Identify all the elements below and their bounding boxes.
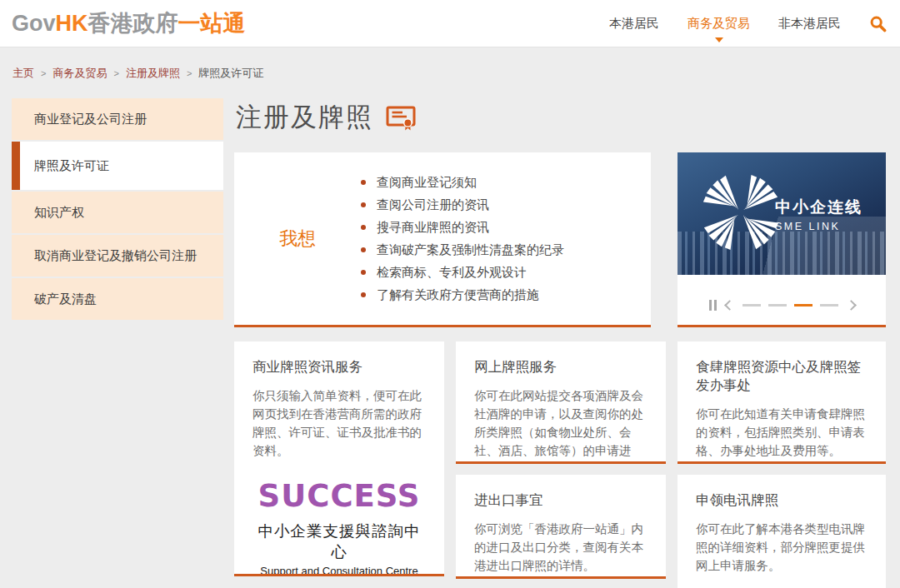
bullet-icon: [361, 225, 366, 230]
site-header: GovHK香港政府一站通 本港居民 商务及贸易 非本港居民: [0, 0, 900, 47]
bullet-icon: [361, 270, 366, 275]
card-title-link[interactable]: 进出口事宜: [474, 491, 648, 510]
promo-carousel-card: 中小企连线 SME LINK: [678, 152, 886, 327]
nav-item-business-trade[interactable]: 商务及贸易: [688, 16, 750, 32]
i-want-link[interactable]: 了解有关政府方便营商的措施: [361, 284, 564, 306]
carousel-indicator-1[interactable]: [742, 304, 761, 306]
sidebar-item-label: 破产及清盘: [34, 292, 97, 307]
sidebar-item-intellectual-property[interactable]: 知识产权: [12, 192, 223, 233]
logo-text-hk: HK: [56, 11, 88, 36]
i-want-link-label: 了解有关政府方便营商的措施: [377, 287, 539, 303]
i-want-link[interactable]: 查询破产案及强制性清盘案的纪录: [361, 239, 564, 262]
certificate-icon: [386, 105, 417, 131]
sidebar-item-label: 商业登记及公司注册: [34, 112, 147, 127]
sidebar-item-label: 牌照及许可证: [34, 158, 109, 174]
card-body: 你可在此网站提交各项酒牌及会社酒牌的申请，以及查阅你的处所类牌照（如食物业处所、…: [474, 386, 648, 464]
sidebar-item-bankruptcy-winding-up[interactable]: 破产及清盘: [12, 278, 223, 320]
card-title-link[interactable]: 商业牌照资讯服务: [252, 358, 426, 376]
bullet-icon: [361, 202, 366, 207]
card-import-export: 进出口事宜 你可浏览「香港政府一站通」内的进口及出口分类，查阅有关本港进出口牌照…: [456, 475, 666, 579]
search-button[interactable]: [869, 15, 887, 32]
success-centre-logo[interactable]: SUCCESS 中小企業支援與諮詢中心 Support and Consulta…: [252, 478, 426, 576]
card-body: 你可在此了解本港各类型电讯牌照的详细资料，部分牌照更提供网上申请服务。: [696, 520, 868, 575]
breadcrumb-separator: >: [187, 68, 192, 78]
govhk-logo[interactable]: GovHK香港政府一站通: [12, 8, 246, 38]
i-want-list: 查阅商业登记须知 查阅公司注册的资讯 搜寻商业牌照的资讯 查询破产案及强制性清盘…: [361, 172, 564, 306]
govhk-registration-licences-page: GovHK香港政府一站通 本港居民 商务及贸易 非本港居民 主页 >: [0, 0, 900, 588]
carousel-indicator-4[interactable]: [820, 304, 838, 306]
nav-item-label: 非本港居民: [778, 16, 841, 30]
sme-link-banner[interactable]: 中小企连线 SME LINK: [678, 152, 886, 275]
i-want-link[interactable]: 搜寻商业牌照的资讯: [361, 217, 564, 239]
i-want-link-label: 查阅商业登记须知: [377, 175, 477, 191]
sidebar-item-business-registration[interactable]: 商业登记及公司注册: [12, 98, 223, 140]
card-body: 你只须输入简单资料，便可在此网页找到在香港营商所需的政府牌照、许可证、证书及批准…: [252, 386, 426, 460]
carousel-indicator-2[interactable]: [768, 304, 787, 306]
card-online-licence-services: 网上牌照服务 你可在此网站提交各项酒牌及会社酒牌的申请，以及查阅你的处所类牌照（…: [456, 341, 666, 464]
logo-text-gov: Gov: [12, 11, 56, 36]
card-title-link[interactable]: 网上牌照服务: [474, 358, 648, 376]
sidebar-item-cancellation-deregistration[interactable]: 取消商业登记及撤销公司注册: [12, 235, 223, 277]
nav-item-non-residents[interactable]: 非本港居民: [778, 16, 841, 32]
nav-item-label: 商务及贸易: [688, 16, 750, 30]
chevron-left-icon[interactable]: [724, 300, 735, 311]
nav-item-label: 本港居民: [609, 16, 659, 30]
i-want-card: 我想 查阅商业登记须知 查阅公司注册的资讯 搜寻商业牌照的资讯 查询破产案及强制…: [234, 152, 651, 327]
success-wordmark: SUCCESS: [252, 478, 426, 514]
sidebar-item-licences-permits[interactable]: 牌照及许可证: [12, 142, 223, 190]
card-restaurant-licence-centre: 食肆牌照资源中心及牌照签发办事处 你可在此知道有关申请食肆牌照的资料，包括牌照类…: [678, 341, 886, 464]
page-title-row: 注册及牌照: [236, 100, 417, 135]
breadcrumb-link-business[interactable]: 商务及贸易: [52, 66, 107, 81]
bullet-icon: [361, 180, 366, 185]
top-nav: 本港居民 商务及贸易 非本港居民: [609, 0, 887, 47]
sme-link-en: SME LINK: [775, 221, 862, 232]
card-body: 你可浏览「香港政府一站通」内的进口及出口分类，查阅有关本港进出口牌照的详情。: [474, 520, 648, 575]
i-want-link[interactable]: 查阅公司注册的资讯: [361, 194, 564, 217]
sme-link-zh: 中小企连线: [775, 197, 862, 218]
sidebar-item-label: 知识产权: [34, 205, 84, 221]
breadcrumb-current: 牌照及许可证: [198, 66, 263, 81]
i-want-link-label: 查询破产案及强制性清盘案的纪录: [377, 242, 564, 258]
breadcrumb: 主页 > 商务及贸易 > 注册及牌照 > 牌照及许可证: [12, 66, 263, 81]
logo-text-zh-gray: 香港政府: [88, 11, 178, 36]
sidebar-item-label: 取消商业登记及撤销公司注册: [34, 248, 197, 264]
nav-item-residents[interactable]: 本港居民: [609, 16, 659, 32]
dropdown-triangle-icon: [715, 37, 723, 42]
carousel-controls: [678, 300, 886, 311]
breadcrumb-link-home[interactable]: 主页: [12, 66, 34, 81]
card-body: 你可在此知道有关申请食肆牌照的资料，包括牌照类别、申请表格、办事处地址及费用等。: [696, 405, 868, 460]
i-want-link-label: 搜寻商业牌照的资讯: [377, 220, 489, 236]
search-icon: [869, 15, 887, 32]
success-en-name: Support and Consultation Centre for SMEs: [252, 565, 426, 576]
page-title: 注册及牌照: [236, 100, 373, 135]
logo-text-zh-orange: 一站通: [178, 11, 246, 36]
sidebar-nav: 商业登记及公司注册 牌照及许可证 知识产权 取消商业登记及撤销公司注册 破产及清…: [12, 98, 223, 321]
i-want-label: 我想: [234, 227, 361, 252]
carousel-indicator-3[interactable]: [794, 304, 812, 306]
i-want-link[interactable]: 检索商标、专利及外观设计: [361, 262, 564, 284]
i-want-link-label: 查阅公司注册的资讯: [377, 197, 489, 213]
breadcrumb-separator: >: [113, 68, 118, 78]
success-zh-name: 中小企業支援與諮詢中心: [252, 521, 426, 562]
card-title-link[interactable]: 食肆牌照资源中心及牌照签发办事处: [696, 358, 868, 395]
breadcrumb-link-registration[interactable]: 注册及牌照: [126, 66, 180, 81]
sme-link-wordmark: 中小企连线 SME LINK: [775, 197, 862, 232]
bullet-icon: [361, 247, 366, 252]
starburst-icon: [701, 167, 781, 258]
card-title-link[interactable]: 申领电讯牌照: [696, 491, 868, 510]
i-want-link-label: 检索商标、专利及外观设计: [377, 265, 527, 281]
pause-icon[interactable]: [709, 300, 717, 311]
i-want-link[interactable]: 查阅商业登记须知: [361, 172, 564, 194]
card-telecom-licence: 申领电讯牌照 你可在此了解本港各类型电讯牌照的详细资料，部分牌照更提供网上申请服…: [678, 475, 886, 588]
bullet-icon: [361, 292, 366, 297]
chevron-right-icon[interactable]: [846, 300, 857, 311]
breadcrumb-separator: >: [41, 68, 46, 78]
card-business-licence-info: 商业牌照资讯服务 你只须输入简单资料，便可在此网页找到在香港营商所需的政府牌照、…: [234, 341, 444, 576]
